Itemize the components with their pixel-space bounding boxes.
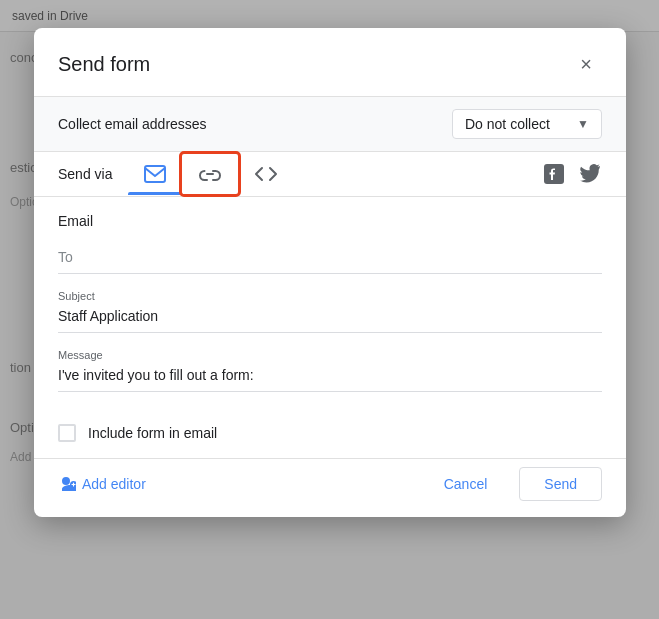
dialog-header: Send form ×	[34, 28, 626, 96]
email-section: Email Subject Staff Application Message …	[34, 197, 626, 392]
dialog-footer: Add editor Cancel Send	[34, 458, 626, 517]
subject-value[interactable]: Staff Application	[58, 304, 602, 333]
collect-email-value: Do not collect	[465, 116, 550, 132]
tab-embed[interactable]	[238, 154, 294, 194]
tab-email[interactable]	[128, 153, 182, 195]
subject-label: Subject	[58, 290, 602, 302]
message-label: Message	[58, 349, 602, 361]
send-form-dialog: Send form × Collect email addresses Do n…	[34, 28, 626, 517]
social-icons	[542, 162, 602, 186]
send-via-tabs	[128, 153, 542, 195]
send-via-row: Send via	[34, 152, 626, 197]
add-editor-button[interactable]: Add editor	[58, 475, 146, 493]
add-person-icon	[58, 475, 76, 493]
footer-actions: Cancel Send	[420, 467, 602, 501]
svg-rect-0	[145, 166, 165, 182]
collect-email-label: Collect email addresses	[58, 116, 207, 132]
add-editor-label: Add editor	[82, 476, 146, 492]
send-button[interactable]: Send	[519, 467, 602, 501]
include-form-checkbox[interactable]	[58, 424, 76, 442]
cancel-button[interactable]: Cancel	[420, 467, 512, 501]
close-button[interactable]: ×	[570, 48, 602, 80]
message-field-group: Message I've invited you to fill out a f…	[58, 349, 602, 392]
subject-field-group: Subject Staff Application	[58, 290, 602, 333]
collect-email-row: Collect email addresses Do not collect ▼	[34, 96, 626, 152]
dropdown-arrow-icon: ▼	[577, 117, 589, 131]
tab-link[interactable]	[182, 154, 238, 194]
to-field-group	[58, 245, 602, 274]
email-section-title: Email	[58, 213, 602, 229]
collect-email-dropdown[interactable]: Do not collect ▼	[452, 109, 602, 139]
include-form-label: Include form in email	[88, 425, 217, 441]
send-via-label: Send via	[58, 152, 112, 196]
twitter-icon[interactable]	[578, 162, 602, 186]
message-value[interactable]: I've invited you to fill out a form:	[58, 363, 602, 392]
to-input[interactable]	[58, 245, 602, 274]
include-form-row: Include form in email	[34, 408, 626, 458]
facebook-icon[interactable]	[542, 162, 566, 186]
dialog-title: Send form	[58, 53, 150, 76]
